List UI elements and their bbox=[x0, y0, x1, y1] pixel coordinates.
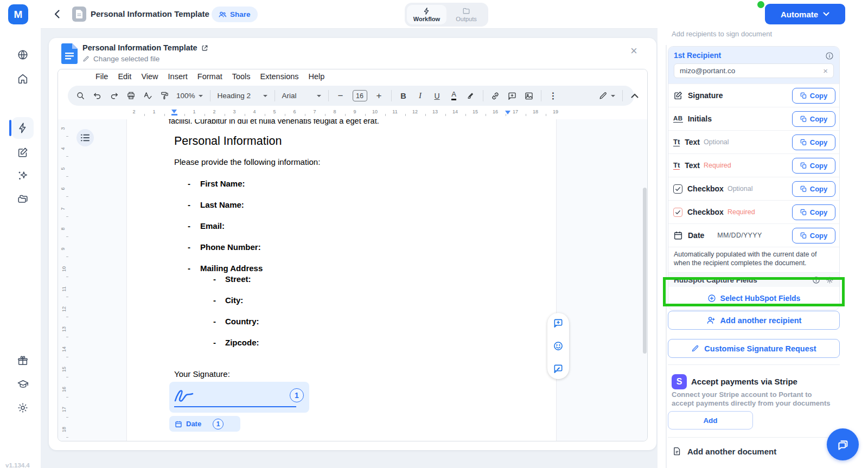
add-another-recipient-button[interactable]: Add another recipient bbox=[668, 311, 840, 330]
google-docs-icon bbox=[61, 43, 78, 64]
menu-tools[interactable]: Tools bbox=[227, 72, 256, 81]
add-another-document-button[interactable]: Add another document bbox=[672, 446, 776, 456]
pencil-icon bbox=[598, 91, 608, 100]
spellcheck-button[interactable] bbox=[143, 91, 152, 100]
field-label: Initials bbox=[688, 114, 712, 123]
doc-field-mailing-address: Mailing Address bbox=[200, 264, 263, 273]
automate-button[interactable]: Automate bbox=[765, 4, 845, 24]
panel-scrollbar-track[interactable] bbox=[666, 45, 667, 468]
zoom-select[interactable]: 100% bbox=[176, 92, 203, 100]
left-margin-marker[interactable] bbox=[171, 114, 177, 116]
stripe-add-button[interactable]: Add bbox=[668, 411, 753, 429]
insert-image-button[interactable] bbox=[524, 91, 534, 101]
copy-checkbox-required-button[interactable]: Copy bbox=[792, 204, 835, 220]
menu-help[interactable]: Help bbox=[304, 72, 330, 81]
chevron-down-icon bbox=[823, 12, 829, 16]
sidebar-item-ai[interactable] bbox=[12, 165, 34, 187]
document-outline-button[interactable] bbox=[76, 129, 94, 146]
recipient-email-value: mizo@portant.co bbox=[680, 67, 735, 75]
decrease-font-button[interactable]: − bbox=[336, 91, 346, 101]
copy-checkbox-optional-button[interactable]: Copy bbox=[792, 181, 835, 197]
sidebar-item-workflows[interactable] bbox=[12, 117, 34, 139]
signature-field[interactable]: 1 bbox=[169, 382, 309, 413]
bullet: - bbox=[188, 200, 190, 209]
gdocs-toolbar: 100% Heading 2 Arial − 16 + B I U A bbox=[58, 84, 647, 107]
sidebar-item-home[interactable] bbox=[12, 68, 34, 89]
editing-mode-select[interactable] bbox=[598, 91, 615, 100]
paragraph-style-select[interactable]: Heading 2 bbox=[218, 92, 267, 100]
text-icon: Tt bbox=[673, 162, 680, 170]
doc-field-last-name: Last Name: bbox=[200, 200, 244, 209]
signature-order-badge: 1 bbox=[290, 388, 304, 402]
sidebar-item-settings[interactable] bbox=[12, 397, 34, 419]
italic-button[interactable]: I bbox=[416, 91, 425, 100]
date-field[interactable]: Date 1 bbox=[169, 416, 240, 432]
change-selected-file[interactable]: Change selected file bbox=[82, 55, 159, 63]
redo-button[interactable] bbox=[109, 91, 119, 100]
sidebar-item-rewards[interactable] bbox=[12, 350, 34, 371]
menu-view[interactable]: View bbox=[136, 72, 163, 81]
doc-field-street: Street: bbox=[225, 274, 251, 284]
menu-edit[interactable]: Edit bbox=[113, 72, 136, 81]
customise-signature-request-button[interactable]: Customise Signature Request bbox=[668, 339, 840, 358]
recipient-email-input[interactable]: mizo@portant.co × bbox=[674, 63, 834, 78]
select-hubspot-fields-button[interactable]: Select HubSpot Fields bbox=[668, 287, 839, 310]
bold-button[interactable]: B bbox=[399, 92, 409, 100]
add-comment-button[interactable] bbox=[507, 91, 517, 101]
copy-initials-button[interactable]: Copy bbox=[792, 111, 835, 127]
copy-date-button[interactable]: Copy bbox=[792, 228, 835, 243]
text-color-button[interactable]: A bbox=[449, 91, 459, 100]
field-row-initials: AB Initials Copy bbox=[668, 107, 839, 130]
menu-extensions[interactable]: Extensions bbox=[256, 72, 304, 81]
suggest-edits-button[interactable] bbox=[553, 363, 564, 374]
app-logo[interactable]: M bbox=[8, 4, 28, 24]
font-select[interactable]: Arial bbox=[282, 92, 321, 100]
insert-link-button[interactable] bbox=[490, 91, 500, 101]
hubspot-info-button[interactable] bbox=[812, 276, 820, 284]
hubspot-settings-button[interactable] bbox=[826, 276, 834, 284]
document-scrollbar[interactable] bbox=[643, 188, 647, 354]
add-comment-button[interactable] bbox=[553, 318, 564, 329]
paint-format-button[interactable] bbox=[159, 91, 169, 100]
copy-text-required-button[interactable]: Copy bbox=[792, 158, 835, 174]
gdocs-menu-bar: File Edit View Insert Format Tools Exten… bbox=[58, 69, 647, 84]
portant-app: M Personal Information Template Share Wo… bbox=[0, 0, 868, 468]
menu-file[interactable]: File bbox=[91, 72, 113, 81]
text-icon: Tt bbox=[673, 138, 680, 146]
font-size-input[interactable]: 16 bbox=[353, 90, 367, 101]
recipient-info-button[interactable] bbox=[825, 52, 834, 60]
print-button[interactable] bbox=[126, 91, 136, 100]
menu-format[interactable]: Format bbox=[193, 72, 227, 81]
undo-button[interactable] bbox=[92, 91, 102, 100]
back-button[interactable] bbox=[51, 8, 64, 21]
file-icon bbox=[75, 10, 83, 18]
sidebar-item-files[interactable] bbox=[12, 188, 34, 210]
sidebar-item-compose[interactable] bbox=[12, 142, 34, 163]
sidebar-item-learn[interactable] bbox=[12, 373, 34, 395]
highlight-color-button[interactable] bbox=[466, 91, 476, 100]
pencil-icon bbox=[82, 55, 90, 62]
share-button[interactable]: Share bbox=[212, 7, 258, 22]
undo-icon bbox=[93, 91, 102, 100]
external-link-icon[interactable] bbox=[201, 44, 208, 52]
sidebar-item-explore[interactable] bbox=[12, 44, 34, 66]
close-document-button[interactable]: × bbox=[630, 46, 637, 56]
tab-outputs[interactable]: Outputs bbox=[446, 5, 486, 24]
more-options-button[interactable]: ⋮ bbox=[548, 91, 558, 101]
tab-workflow[interactable]: Workflow bbox=[407, 5, 446, 24]
chat-support-button[interactable] bbox=[827, 428, 859, 460]
copy-text-optional-button[interactable]: Copy bbox=[792, 134, 835, 150]
menu-insert[interactable]: Insert bbox=[163, 72, 193, 81]
plus-circle-icon bbox=[707, 294, 716, 303]
copy-signature-button[interactable]: Copy bbox=[792, 88, 835, 104]
underline-button[interactable]: U bbox=[432, 92, 442, 100]
increase-font-button[interactable]: + bbox=[374, 91, 384, 101]
stripe-description: Connect your Stripe account to Portant t… bbox=[672, 390, 834, 408]
left-indent-marker[interactable] bbox=[171, 110, 177, 113]
collapse-toolbar-button[interactable] bbox=[630, 93, 640, 98]
version-label: v1.134.4 (v1.134.2) bbox=[5, 461, 34, 468]
add-emoji-button[interactable] bbox=[553, 341, 564, 351]
clear-email-button[interactable]: × bbox=[823, 66, 828, 75]
divider bbox=[668, 437, 840, 438]
search-menus-button[interactable] bbox=[75, 91, 85, 100]
